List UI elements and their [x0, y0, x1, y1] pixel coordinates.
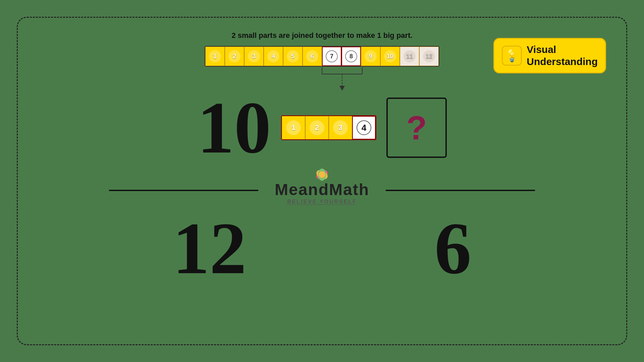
bottom-strip-cell: 4 — [352, 116, 376, 139]
top-strip-cell: 9 — [361, 47, 380, 66]
top-strip-cell: 6 — [303, 47, 322, 66]
top-strip-cell: 10 — [380, 47, 400, 66]
logo-text: MeandMath — [268, 180, 376, 199]
top-strip-cell: 7 — [322, 47, 341, 66]
question-mark-symbol: ? — [406, 111, 427, 144]
bottom-strip-cell: 1 — [282, 116, 305, 139]
bulb-icon: 💡 — [502, 46, 522, 66]
badge-text: Visual Understanding — [527, 44, 598, 68]
bottom-left-number: 12 — [173, 212, 247, 285]
bottom-numbers-row: 12 6 — [78, 212, 565, 285]
badge-line1: Visual — [527, 44, 556, 55]
top-strip-wrapper: 123456789101112 — [205, 46, 439, 67]
svg-marker-4 — [339, 86, 345, 91]
top-strip-cell: 2 — [225, 47, 244, 66]
arrow-svg — [319, 67, 366, 94]
top-strip-cell: 4 — [264, 47, 283, 66]
main-card: 💡 Visual Understanding 2 small parts are… — [17, 17, 627, 345]
badge-line2: Understanding — [527, 56, 598, 67]
logo-subtitle: BELIEVE YOURSELF — [287, 199, 357, 205]
top-strip-cell: 1 — [205, 47, 225, 66]
bottom-right-number: 6 — [434, 212, 471, 285]
bottom-strip-cell: 2 — [305, 116, 329, 139]
bottom-strip-cell: 3 — [329, 116, 352, 139]
visual-understanding-badge: 💡 Visual Understanding — [493, 38, 606, 73]
bottom-strip: 1234 — [281, 115, 376, 140]
top-strip-cell: 12 — [419, 47, 439, 66]
middle-section: 10 1234 ? — [18, 91, 626, 165]
top-strip-cell: 8 — [341, 47, 361, 66]
top-strip-cell: 11 — [400, 47, 419, 66]
top-strip-cell: 5 — [283, 47, 303, 66]
question-box: ? — [386, 98, 447, 158]
top-number-strip: 123456789101112 — [205, 46, 439, 67]
big-number: 10 — [197, 91, 271, 165]
description-text: 2 small parts are joined together to mak… — [231, 31, 412, 40]
svg-point-8 — [319, 171, 325, 178]
top-strip-cell: 3 — [244, 47, 264, 66]
